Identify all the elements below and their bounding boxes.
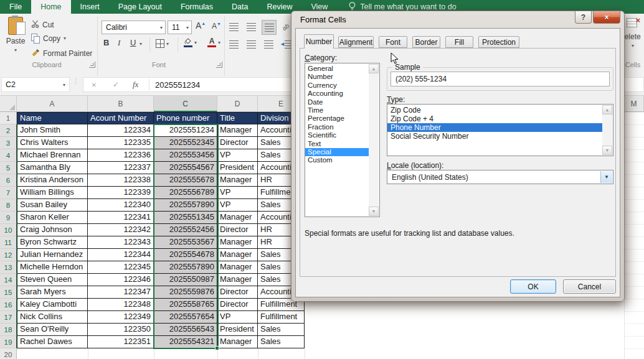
ribbon-tab-home[interactable]: Home xyxy=(31,0,70,14)
cell-title[interactable]: VP xyxy=(217,149,258,162)
cell-account[interactable]: 122347 xyxy=(88,286,154,299)
cell-phone[interactable]: 2025551345 xyxy=(154,212,217,224)
name-box-dropdown-icon[interactable]: ▾ xyxy=(63,82,65,88)
help-button[interactable]: ? xyxy=(575,11,592,24)
cell-title[interactable]: Director xyxy=(217,137,258,149)
cell-phone[interactable]: 2025550987 xyxy=(154,274,217,286)
cell-phone[interactable]: 2025553456 xyxy=(154,149,217,162)
ribbon-tab-formulas[interactable]: Formulas xyxy=(171,0,222,14)
cancel-button[interactable]: Cancel xyxy=(563,279,616,294)
cell-name[interactable]: Byron Schwartz xyxy=(17,236,88,249)
row-header-7[interactable]: 7 xyxy=(0,187,17,199)
font-color-dropdown-icon[interactable]: ▾ xyxy=(218,40,220,45)
copy-button[interactable]: Copy ▾ xyxy=(31,34,66,43)
column-header-m[interactable]: M xyxy=(624,96,644,112)
italic-button[interactable]: I xyxy=(118,38,120,48)
cell-name[interactable]: Sarah Myers xyxy=(17,286,88,299)
category-item-custom[interactable]: Custom xyxy=(305,156,369,164)
cell-account[interactable]: 122336 xyxy=(88,149,154,162)
format-painter-button[interactable]: Format Painter xyxy=(31,48,92,59)
cell-account[interactable]: 122334 xyxy=(88,124,154,137)
cell-phone[interactable]: 2025554321 xyxy=(154,336,217,348)
row-header-19[interactable]: 19 xyxy=(0,336,17,348)
header-cell-acount-number[interactable]: Acount Number xyxy=(88,112,154,124)
cell-title[interactable]: VP xyxy=(217,199,258,212)
cut-button[interactable]: Cut xyxy=(31,19,54,30)
column-header-b[interactable]: B xyxy=(88,96,154,112)
row-header-9[interactable]: 9 xyxy=(0,212,17,224)
font-name-dropdown-icon[interactable]: ▾ xyxy=(160,25,165,30)
cell-title[interactable]: Manager xyxy=(217,261,258,274)
cell-name[interactable]: Sean O'Reilly xyxy=(17,324,88,336)
select-all-corner[interactable] xyxy=(0,96,17,112)
cell-account[interactable]: 122342 xyxy=(88,224,154,236)
ribbon-tab-file[interactable]: File xyxy=(0,0,31,14)
cell-name[interactable]: Rachel Dawes xyxy=(17,336,88,348)
column-header-d[interactable]: D xyxy=(217,96,258,112)
header-cell-name[interactable]: Name xyxy=(17,112,88,124)
cell-account[interactable]: 122341 xyxy=(88,212,154,224)
column-header-a[interactable]: A xyxy=(17,96,88,112)
category-item-percentage[interactable]: Percentage xyxy=(305,114,369,123)
cell-name[interactable]: Chris Walters xyxy=(17,137,88,149)
cell-account[interactable]: 122350 xyxy=(88,324,154,336)
category-item-number[interactable]: Number xyxy=(305,73,369,81)
row-header-16[interactable]: 16 xyxy=(0,299,17,311)
scroll-up-icon[interactable]: ▲ xyxy=(602,105,612,114)
type-item-social-security-number[interactable]: Social Security Number xyxy=(387,132,602,141)
cell-name[interactable]: William Billings xyxy=(17,187,88,199)
column-header-c[interactable]: C xyxy=(154,96,217,112)
cell-phone[interactable]: 2025557890 xyxy=(154,199,217,212)
dialog-tab-number[interactable]: Number xyxy=(304,34,334,49)
cell-name[interactable]: Samantha Bly xyxy=(17,162,88,174)
cell-name[interactable]: Michelle Herndon xyxy=(17,261,88,274)
category-listbox[interactable]: ▲ ▼ GeneralNumberCurrencyAccountingDateT… xyxy=(305,63,380,217)
ok-button[interactable]: OK xyxy=(510,279,556,294)
cell-title[interactable]: President xyxy=(217,324,258,336)
font-size-dropdown-icon[interactable]: ▾ xyxy=(186,25,191,30)
category-item-time[interactable]: Time xyxy=(305,106,369,114)
dialog-tab-font[interactable]: Font xyxy=(379,36,407,48)
cell-name[interactable]: Steven Queen xyxy=(17,274,88,286)
dialog-tab-alignment[interactable]: Alignment xyxy=(338,36,374,48)
fill-handle[interactable] xyxy=(215,346,219,350)
borders-button[interactable]: ▾ xyxy=(156,39,169,48)
copy-dropdown-icon[interactable]: ▾ xyxy=(64,35,66,41)
align-right-button[interactable] xyxy=(262,37,275,51)
row-header-15[interactable]: 15 xyxy=(0,286,17,299)
cell-phone[interactable]: 2025552345 xyxy=(154,137,217,149)
locale-dropdown-icon[interactable]: ▼ xyxy=(600,171,612,183)
category-item-currency[interactable]: Currency xyxy=(305,82,369,90)
category-item-general[interactable]: General xyxy=(305,65,369,73)
cell-title[interactable]: Manager xyxy=(217,249,258,261)
type-scrollbar[interactable]: ▲ ▼ xyxy=(602,105,612,155)
cell-phone[interactable]: 2025552456 xyxy=(154,224,217,236)
cell-title[interactable]: VP xyxy=(217,187,258,199)
bold-button[interactable]: B xyxy=(103,38,109,47)
category-scrollbar[interactable]: ▲ ▼ xyxy=(369,64,379,216)
cell-phone[interactable]: 2025555678 xyxy=(154,174,217,187)
cell-title[interactable]: VP xyxy=(217,311,258,324)
category-item-date[interactable]: Date xyxy=(305,98,369,106)
cell-account[interactable]: 122349 xyxy=(88,311,154,324)
row-header-17[interactable]: 17 xyxy=(0,311,17,324)
clipboard-dialog-launcher-icon[interactable] xyxy=(89,62,95,68)
cell-account[interactable]: 122348 xyxy=(88,299,154,311)
type-item-zip-code-4[interactable]: Zip Code + 4 xyxy=(387,114,602,123)
row-header-10[interactable]: 10 xyxy=(0,224,17,236)
ribbon-tab-data[interactable]: Data xyxy=(222,0,257,14)
align-center-button[interactable] xyxy=(244,37,258,51)
cell-account[interactable]: 122335 xyxy=(88,137,154,149)
insert-function-icon[interactable]: fx xyxy=(133,80,138,90)
paste-dropdown-icon[interactable]: ▾ xyxy=(14,47,17,53)
category-item-special[interactable]: Special xyxy=(305,148,369,156)
font-dialog-launcher-icon[interactable] xyxy=(216,62,222,68)
cell-title[interactable]: Manager xyxy=(217,212,258,224)
paste-button[interactable]: Paste ▾ xyxy=(4,17,27,60)
align-left-button[interactable] xyxy=(227,37,240,51)
row-header-8[interactable]: 8 xyxy=(0,199,17,212)
cell-name[interactable]: Susan Bailey xyxy=(17,199,88,212)
font-name-combo[interactable]: Calibri ▾ xyxy=(102,21,166,34)
category-item-fraction[interactable]: Fraction xyxy=(305,123,369,131)
cell-phone[interactable]: 2025556789 xyxy=(154,187,217,199)
